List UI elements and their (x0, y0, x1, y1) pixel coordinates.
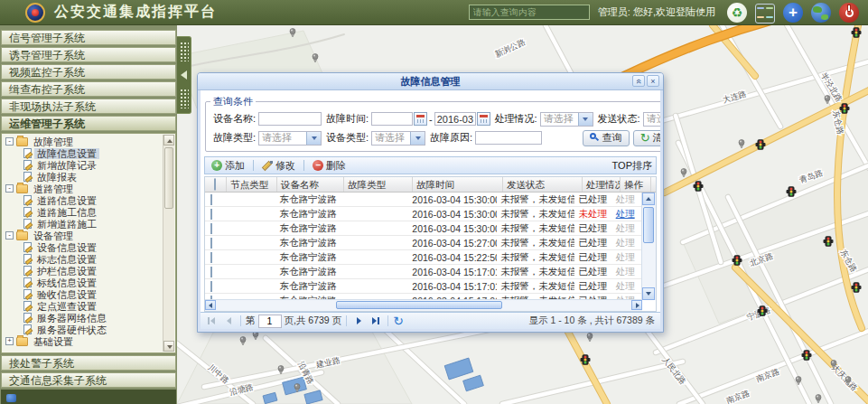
scrollbar-thumb[interactable] (336, 301, 502, 309)
query-button[interactable]: 查询 (583, 130, 630, 146)
handle-status-select[interactable]: 请选择 (540, 112, 593, 127)
apps-grid-icon[interactable] (755, 4, 775, 23)
table-cell: 未报警，未发短信 (497, 193, 574, 206)
column-header[interactable]: 故障类型 (344, 177, 413, 192)
checkbox[interactable] (210, 223, 212, 234)
sidebar-item[interactable]: 信号管理子系统 (1, 30, 176, 45)
close-dialog-button[interactable]: × (647, 75, 659, 87)
tree-item[interactable]: 新增故障记录 (2, 159, 163, 171)
clear-button[interactable]: ↻ 清除 (633, 130, 663, 146)
scrollbar-thumb[interactable] (643, 207, 654, 243)
checkbox[interactable] (210, 238, 212, 249)
calendar-icon[interactable] (477, 112, 490, 126)
next-page-button[interactable] (351, 315, 366, 327)
tree-scrollbar[interactable] (163, 135, 174, 352)
sidebar-item[interactable]: 非现场执法子系统 (1, 99, 176, 114)
edit-button[interactable]: 修改 (259, 158, 298, 174)
tree-item[interactable]: 道路信息设置 (2, 194, 163, 206)
table-row[interactable]: 东仓路宁波路2016-03-04 15:30:00未报警，未发短信已处理处理 (205, 221, 642, 236)
tree-item[interactable]: 故障信息设置 (2, 147, 163, 159)
table-row[interactable]: 东仓路宁波路2016-03-04 15:17:01未报警，未发短信已处理处理 (205, 265, 642, 279)
last-page-button[interactable] (369, 315, 383, 327)
tree-item[interactable]: 标志信息设置 (2, 253, 163, 265)
tree-item[interactable]: 定点巡查设置 (2, 300, 163, 312)
power-icon[interactable] (839, 3, 859, 23)
grid-vertical-scrollbar[interactable] (641, 193, 656, 300)
globe-icon[interactable] (811, 3, 831, 23)
add-window-icon[interactable]: + (783, 3, 803, 23)
checkbox[interactable] (210, 281, 212, 292)
tree-item[interactable]: 验收信息设置 (2, 288, 163, 300)
tree-folder[interactable]: -故障管理 (2, 136, 163, 147)
table-row[interactable]: 东仓路宁波路2016-03-04 15:17:01未报警，未发短信已处理处理 (205, 279, 642, 294)
checkbox[interactable] (210, 194, 212, 205)
tree-expander-icon[interactable]: + (5, 337, 14, 345)
handle-link[interactable]: 处理 (616, 208, 635, 219)
tree-expander-icon[interactable]: - (5, 231, 14, 240)
tree-folder[interactable]: -设备管理 (2, 230, 163, 241)
sidebar-item-operations-subsystem[interactable]: 运维管理子系统 (1, 116, 176, 131)
checkbox[interactable] (214, 178, 216, 191)
fault-time-to-input[interactable] (434, 112, 476, 126)
fault-time-from-input[interactable] (371, 112, 413, 126)
add-button[interactable]: + 添加 (209, 158, 247, 174)
map-panel-toggle[interactable] (177, 36, 191, 114)
calendar-icon[interactable] (414, 112, 427, 126)
scroll-up-icon[interactable] (642, 193, 655, 205)
sidebar-item[interactable]: 交通信息采集子系统 (1, 372, 176, 388)
scroll-down-icon[interactable] (642, 287, 655, 300)
delete-button[interactable]: − 删除 (310, 158, 349, 174)
scroll-down-icon[interactable] (163, 341, 174, 352)
tree-item[interactable]: 服务器网络信息 (2, 312, 163, 324)
column-header[interactable]: 发送状态 (503, 177, 583, 192)
tree-item[interactable]: 服务器硬件状态 (2, 324, 163, 335)
fault-reason-input[interactable] (475, 131, 542, 145)
tree-folder[interactable]: +基础设置 (2, 335, 163, 347)
grid-horizontal-scrollbar[interactable] (205, 299, 642, 311)
tree-item[interactable]: 新增道路施工 (2, 218, 163, 230)
table-row[interactable]: 东仓路宁波路2016-03-04 15:30:00未报警，未发短信未处理处理 (205, 207, 642, 221)
column-header[interactable]: 设备名称 (277, 177, 344, 192)
column-header-checkbox[interactable] (205, 177, 227, 192)
tree-item[interactable]: 道路施工信息 (2, 206, 163, 218)
checkbox[interactable] (210, 252, 212, 263)
table-row[interactable]: 东仓路宁波路2016-03-04 15:27:00未报警，未发短信已处理处理 (205, 236, 642, 250)
table-row[interactable]: 东仓路宁波路2016-03-04 15:30:00未报警，未发短信已处理处理 (205, 193, 642, 207)
column-header[interactable]: 故障时间 (413, 177, 503, 192)
scroll-left-icon[interactable] (205, 300, 216, 310)
tree-folder[interactable]: -道路管理 (2, 183, 163, 194)
scroll-right-icon[interactable] (631, 300, 642, 310)
sidebar-item[interactable]: 视频监控子系统 (1, 64, 176, 80)
sidebar-item[interactable]: 诱导管理子系统 (1, 47, 176, 62)
page-number-input[interactable] (258, 315, 282, 328)
scroll-up-icon[interactable] (163, 135, 174, 146)
prev-page-button[interactable] (221, 315, 236, 327)
scrollbar-thumb[interactable] (164, 147, 173, 209)
tree-item[interactable]: 故障报表 (2, 171, 163, 183)
tree-expander-icon[interactable]: - (5, 137, 14, 146)
column-header[interactable]: 操作 (621, 177, 651, 192)
table-row[interactable]: 东仓路宁波路2016-03-04 15:22:50未报警，未发短信已处理处理 (205, 250, 642, 265)
first-page-button[interactable] (204, 315, 219, 327)
device-type-select[interactable]: 请选择 (371, 131, 425, 146)
sidebar-item[interactable]: 接处警子系统 (1, 355, 176, 371)
tree-item[interactable]: 护栏信息设置 (2, 265, 163, 277)
collapse-dialog-button[interactable]: « (632, 75, 645, 87)
top-sort-button[interactable]: TOP排序 (612, 159, 652, 173)
tree-item[interactable]: 标线信息设置 (2, 277, 163, 288)
tree-item[interactable]: 设备信息设置 (2, 241, 163, 253)
sidebar-item[interactable]: 缉查布控子系统 (1, 81, 176, 97)
device-name-input[interactable] (258, 112, 322, 126)
header-search-input[interactable] (469, 5, 590, 20)
column-header[interactable]: 节点类型 (227, 177, 277, 192)
checkbox[interactable] (210, 267, 212, 277)
sidebar-accordion-top: 信号管理子系统诱导管理子系统视频监控子系统缉查布控子系统非现场执法子系统 (0, 30, 177, 116)
dialog-titlebar[interactable]: 故障信息管理 « × (198, 73, 663, 90)
recycle-icon[interactable]: ♻ (727, 3, 747, 23)
tree-expander-icon[interactable]: - (5, 184, 14, 193)
column-header[interactable]: 处理情况 (583, 177, 621, 192)
refresh-icon[interactable]: ↻ (393, 315, 404, 327)
checkbox[interactable] (210, 209, 212, 220)
fault-type-select[interactable]: 请选择 (258, 131, 322, 146)
send-status-select[interactable]: 请选择 (643, 112, 663, 127)
